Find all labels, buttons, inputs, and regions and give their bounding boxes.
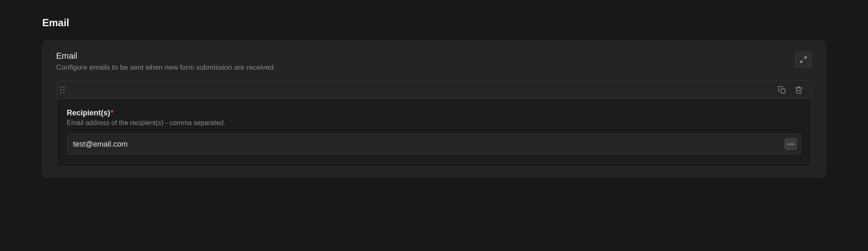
expand-icon [800, 56, 807, 63]
svg-line-0 [804, 57, 806, 59]
input-more-button[interactable] [784, 138, 797, 150]
drag-handle[interactable] [57, 81, 68, 99]
copy-icon [778, 86, 786, 94]
svg-point-11 [792, 143, 794, 145]
recipients-label: Recipient(s) [67, 109, 110, 117]
svg-point-2 [60, 86, 62, 87]
drag-handle-icon [60, 86, 65, 94]
svg-point-4 [60, 89, 62, 90]
svg-point-6 [60, 92, 62, 93]
email-item: Recipient(s)* Email address of the recip… [56, 80, 812, 167]
recipients-input-wrap [67, 134, 801, 155]
recipients-input[interactable] [67, 134, 801, 155]
recipients-help: Email address of the recipient(s) - comm… [67, 119, 801, 127]
email-panel: Email Configure emails to be sent when n… [42, 41, 826, 177]
ellipsis-icon [787, 143, 794, 145]
panel-header-text: Email Configure emails to be sent when n… [56, 51, 795, 72]
required-mark: * [111, 109, 114, 117]
field-label-row: Recipient(s)* [67, 109, 801, 117]
svg-rect-8 [781, 89, 785, 93]
panel-title: Email [56, 51, 795, 61]
item-toolbar [57, 81, 811, 99]
svg-point-5 [63, 89, 64, 90]
duplicate-button[interactable] [777, 85, 787, 95]
svg-point-9 [787, 143, 789, 145]
panel-header: Email Configure emails to be sent when n… [43, 41, 825, 80]
item-body: Recipient(s)* Email address of the recip… [57, 99, 811, 166]
panel-subtitle: Configure emails to be sent when new for… [56, 63, 795, 72]
expand-button[interactable] [795, 51, 812, 68]
section-heading: Email [42, 17, 826, 29]
svg-point-7 [63, 92, 64, 93]
svg-line-1 [800, 60, 803, 63]
trash-icon [795, 86, 803, 94]
svg-point-10 [790, 143, 791, 145]
delete-button[interactable] [794, 85, 804, 95]
toolbar-actions [777, 85, 811, 95]
svg-point-3 [63, 86, 64, 87]
